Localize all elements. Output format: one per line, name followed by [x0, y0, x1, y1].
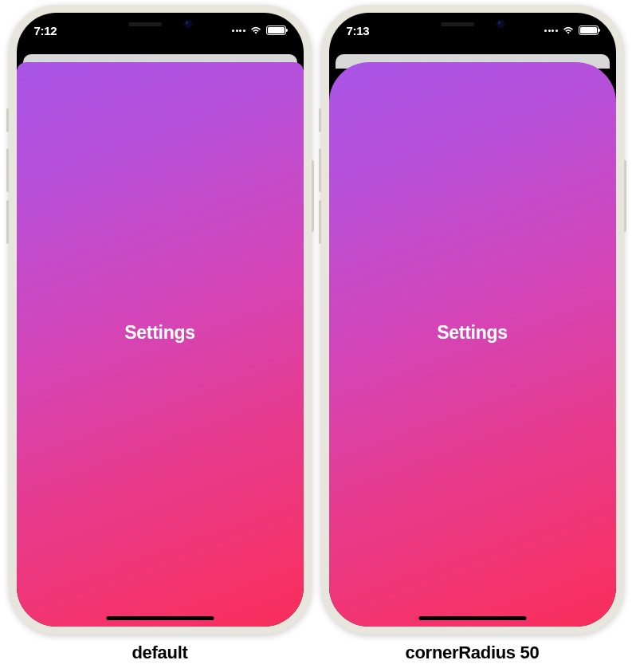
caption-label: default	[132, 643, 187, 663]
modal-title: Settings	[437, 322, 507, 344]
signal-icon	[544, 29, 558, 32]
modal-sheet[interactable]: Settings	[329, 62, 616, 627]
phones-comparison-row: 7:12 Settings	[9, 5, 624, 663]
status-icons	[232, 26, 286, 35]
speaker-grille	[441, 22, 474, 26]
battery-icon	[266, 26, 286, 35]
power-button	[624, 160, 626, 232]
home-indicator[interactable]	[106, 616, 214, 620]
power-button	[312, 160, 314, 232]
status-time: 7:13	[347, 24, 370, 37]
front-camera	[497, 20, 504, 28]
phone-screen: 7:12 Settings	[17, 13, 304, 627]
front-camera	[184, 20, 192, 28]
wifi-icon	[249, 26, 262, 35]
notch	[100, 13, 220, 35]
home-indicator[interactable]	[418, 616, 526, 620]
modal-sheet[interactable]: Settings	[17, 62, 304, 627]
modal-title: Settings	[124, 322, 194, 344]
phone-frame: 7:12 Settings	[9, 5, 312, 635]
status-icons	[544, 26, 599, 35]
caption-label: cornerRadius 50	[406, 643, 540, 663]
speaker-grille	[128, 22, 162, 26]
phone-wrapper-cr50: 7:13 Settings	[321, 5, 624, 663]
signal-icon	[232, 29, 245, 32]
phone-frame: 7:13 Settings	[321, 5, 624, 635]
phone-screen: 7:13 Settings	[329, 13, 616, 627]
wifi-icon	[562, 26, 575, 35]
status-time: 7:12	[34, 24, 57, 37]
battery-icon	[579, 26, 599, 35]
phone-wrapper-default: 7:12 Settings	[9, 5, 312, 663]
notch	[413, 13, 532, 35]
